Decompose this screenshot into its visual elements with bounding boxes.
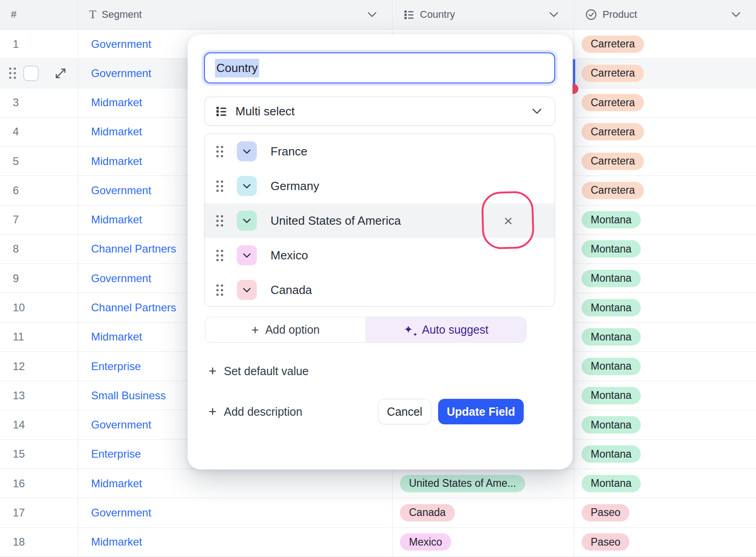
product-pill[interactable]: Paseo [582, 533, 629, 551]
product-pill[interactable]: Carretera [582, 65, 644, 82]
field-name-input[interactable]: Country [204, 52, 555, 83]
option-drag-handle-icon[interactable] [216, 146, 223, 157]
row-number: 16 [13, 477, 25, 490]
chevron-down-icon[interactable] [731, 12, 741, 17]
segment-cell[interactable]: Government [91, 67, 151, 80]
segment-cell[interactable]: Enterprise [91, 360, 141, 373]
row-number: 9 [13, 272, 19, 285]
segment-cell[interactable]: Channel Partners [91, 301, 176, 314]
option-color-chip[interactable] [237, 211, 257, 231]
product-pill[interactable]: Carretera [582, 36, 644, 53]
product-pill[interactable]: Montana [582, 328, 641, 346]
column-header-product[interactable]: Product [574, 0, 756, 29]
segment-cell[interactable]: Government [91, 38, 151, 51]
option-drag-handle-icon[interactable] [216, 284, 223, 296]
table-header: # T Segment Country [0, 0, 756, 30]
option-label[interactable]: United States of America [271, 214, 401, 228]
product-pill[interactable]: Carretera [582, 182, 644, 199]
multi-select-icon [215, 105, 227, 117]
option-drag-handle-icon[interactable] [216, 181, 223, 192]
field-name-selected-text: Country [215, 59, 259, 77]
product-header-label: Product [603, 9, 637, 21]
row-number: 4 [13, 125, 19, 138]
update-field-button[interactable]: Update Field [438, 399, 524, 424]
product-pill[interactable]: Montana [582, 416, 641, 433]
row-number: 12 [13, 360, 25, 373]
expand-record-icon[interactable] [54, 67, 67, 80]
segment-cell[interactable]: Government [91, 506, 151, 519]
product-pill[interactable]: Montana [582, 358, 641, 375]
row-checkbox[interactable] [23, 66, 39, 81]
row-number: 8 [13, 242, 19, 255]
column-header-country[interactable]: Country [393, 0, 574, 29]
segment-cell[interactable]: Midmarket [91, 213, 142, 226]
row-number: 10 [13, 301, 25, 314]
chevron-down-icon[interactable] [549, 12, 558, 17]
segment-cell[interactable]: Channel Partners [91, 242, 176, 255]
row-number: 18 [13, 536, 25, 548]
country-pill[interactable]: United States of Ame... [400, 475, 525, 492]
segment-cell[interactable]: Enterprise [91, 448, 141, 460]
segment-cell[interactable]: Midmarket [91, 330, 142, 343]
row-number: 15 [13, 448, 25, 460]
option-color-chip[interactable] [237, 245, 257, 265]
plus-icon: + [209, 364, 217, 378]
field-type-selector[interactable]: Multi select [204, 97, 555, 126]
segment-cell[interactable]: Government [91, 418, 151, 431]
row-number: 14 [13, 418, 25, 431]
option-color-chip[interactable] [237, 141, 257, 161]
table-row[interactable]: 18 Midmarket Mexico Paseo [0, 528, 756, 557]
segment-cell[interactable]: Midmarket [91, 125, 142, 138]
option-actions: + Add option ✦✦ Auto suggest [205, 317, 526, 343]
product-pill[interactable]: Montana [582, 211, 641, 228]
product-pill[interactable]: Montana [582, 387, 641, 404]
country-pill[interactable]: Mexico [400, 533, 451, 551]
country-header-label: Country [420, 9, 455, 21]
country-pill[interactable]: Canada [400, 504, 455, 521]
option-drag-handle-icon[interactable] [216, 250, 223, 261]
option-label[interactable]: France [271, 144, 307, 159]
product-pill[interactable]: Montana [582, 475, 641, 492]
auto-suggest-button[interactable]: ✦✦ Auto suggest [366, 317, 526, 342]
segment-cell[interactable]: Midmarket [91, 536, 142, 548]
set-default-value-button[interactable]: + Set default value [209, 361, 309, 382]
cancel-button[interactable]: Cancel [378, 399, 431, 424]
chevron-down-icon [532, 108, 542, 114]
option-label[interactable]: Mexico [271, 248, 308, 263]
product-pill[interactable]: Montana [582, 445, 641, 463]
option-label[interactable]: Germany [271, 179, 319, 193]
option-color-chip[interactable] [237, 280, 257, 300]
row-number: 17 [13, 506, 25, 519]
segment-cell[interactable]: Midmarket [91, 477, 142, 490]
field-type-value: Multi select [235, 104, 295, 119]
segment-cell[interactable]: Midmarket [91, 96, 142, 109]
segment-cell[interactable]: Government [91, 184, 151, 197]
table-row[interactable]: 17 Government Canada Paseo [0, 498, 756, 527]
segment-cell[interactable]: Small Business [91, 389, 166, 402]
product-pill[interactable]: Montana [582, 240, 641, 258]
segment-cell[interactable]: Government [91, 272, 151, 285]
column-header-segment[interactable]: T Segment [78, 0, 393, 29]
product-pill[interactable]: Carretera [582, 153, 644, 170]
row-number: 3 [13, 96, 19, 109]
row-drag-handle-icon[interactable] [9, 67, 16, 79]
add-description-button[interactable]: + Add description [209, 399, 302, 424]
option-row-canada[interactable]: Canada [204, 273, 555, 307]
product-pill[interactable]: Carretera [582, 94, 644, 111]
segment-cell[interactable]: Midmarket [91, 155, 142, 168]
option-drag-handle-icon[interactable] [216, 215, 223, 227]
product-pill[interactable]: Carretera [582, 123, 644, 140]
chevron-down-icon[interactable] [368, 12, 377, 17]
column-header-rownum[interactable]: # [0, 0, 78, 29]
product-pill[interactable]: Paseo [582, 504, 629, 521]
row-number: 11 [13, 330, 24, 343]
add-option-button[interactable]: + Add option [205, 317, 366, 342]
product-pill[interactable]: Montana [582, 299, 641, 316]
option-color-chip[interactable] [237, 176, 257, 196]
option-label[interactable]: Canada [271, 283, 312, 297]
row-number: 13 [13, 389, 25, 402]
option-row-france[interactable]: France [204, 134, 555, 169]
row-number: 7 [13, 213, 19, 226]
table-row[interactable]: 16 Midmarket United States of Ame... Mon… [0, 469, 756, 498]
product-pill[interactable]: Montana [582, 270, 641, 287]
